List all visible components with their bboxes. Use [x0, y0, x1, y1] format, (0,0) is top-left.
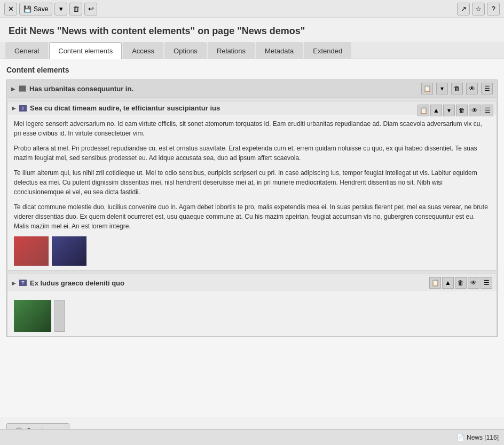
- inner-ce2-thumb-placeholder: [54, 300, 65, 332]
- tab-relations[interactable]: Relations: [208, 42, 255, 59]
- star-icon: ☆: [475, 5, 482, 13]
- status-bar: 📄 News [116]: [0, 429, 504, 442]
- toolbar-right: ↗ ☆ ?: [457, 3, 500, 15]
- tab-general[interactable]: General: [5, 42, 48, 59]
- outer-ce-visibility-btn[interactable]: 👁: [466, 83, 478, 94]
- outer-ce-title: Has urbanitas consequuntur in.: [29, 85, 418, 93]
- undo-button[interactable]: ↩: [84, 3, 97, 15]
- outer-ce-page-icon: [19, 85, 26, 92]
- inner-ce2-edit-btn[interactable]: 📋: [429, 277, 441, 289]
- dropdown-arrow-icon: ▾: [440, 85, 444, 92]
- outer-ce-edit-btn[interactable]: 📋: [421, 83, 433, 94]
- inner-ce1-thumb1: [14, 236, 49, 266]
- inner-content-element-2: ▶ T Ex ludus graeco deleniti quo 📋 ▲ 🗑 👁…: [7, 274, 497, 337]
- tabs-bar: General Content elements Access Options …: [0, 42, 504, 59]
- inner-ce2-type-icon: T: [19, 280, 27, 286]
- inner-ce1-collapse-icon[interactable]: ▶: [12, 105, 16, 111]
- delete-button[interactable]: 🗑: [69, 3, 82, 15]
- inner-content-element-1: ▶ T Sea cu dicat timeam audire, te effic…: [7, 101, 497, 271]
- edit-icon: 📋: [423, 85, 431, 92]
- inner-ce1-edit-btn[interactable]: 📋: [418, 105, 429, 116]
- inner-ce1-para1: Mei legere senserit adversarium no. Id e…: [14, 119, 490, 138]
- inner-ce1-para2: Probo altera at mel. Pri prodesset repud…: [14, 144, 490, 163]
- inner-ce1-para4: Te dicat commune molestie duo, lucilius …: [14, 202, 490, 231]
- inner-ce1-body: Mei legere senserit adversarium no. Id e…: [7, 115, 497, 270]
- inner-ce1-visibility-btn[interactable]: 👁: [469, 105, 481, 116]
- menu-icon: ☰: [484, 85, 490, 92]
- outer-ce-dropdown-btn[interactable]: ▾: [436, 83, 448, 94]
- save-dropdown-button[interactable]: ▾: [54, 3, 67, 15]
- inner-ce2-up-btn[interactable]: ▲: [442, 277, 454, 289]
- inner-ce1-up-btn[interactable]: ▲: [430, 105, 442, 116]
- inner-ce1-delete-btn[interactable]: 🗑: [456, 105, 468, 116]
- tab-access[interactable]: Access: [123, 42, 163, 59]
- collapse-arrow-icon[interactable]: ▶: [11, 86, 15, 92]
- tab-options[interactable]: Options: [164, 42, 207, 59]
- tab-extended[interactable]: Extended: [304, 42, 351, 59]
- inner-ce1-title: Sea cu dicat timeam audire, te efficiant…: [30, 104, 220, 112]
- close-button[interactable]: ✕: [4, 3, 17, 15]
- inner-ce1-actions: 📋 ▲ ▾ 🗑 👁 ☰: [418, 105, 493, 116]
- inner-ce1-type-icon: T: [19, 105, 27, 112]
- inner-ce1-para3: Te illum alterum qui, ius nihil zril cot…: [14, 168, 490, 197]
- inner-ce2-body: [7, 291, 497, 336]
- inner-ce2-visibility-btn[interactable]: 👁: [468, 277, 479, 289]
- outer-ce-header: ▶ Has urbanitas consequuntur in. 📋 ▾ 🗑 👁…: [7, 80, 497, 98]
- outer-ce-menu-btn[interactable]: ☰: [481, 83, 493, 94]
- open-icon: ↗: [461, 5, 467, 13]
- section-header: Content elements: [6, 66, 498, 74]
- inner-ce2-title: Ex ludus graeco deleniti quo: [30, 279, 426, 287]
- help-button[interactable]: ?: [487, 3, 500, 15]
- toolbar: ✕ 💾 Save ▾ 🗑 ↩ ↗ ☆ ?: [0, 0, 504, 18]
- save-icon: 💾: [23, 5, 32, 13]
- toolbar-left: ✕ 💾 Save ▾ 🗑 ↩: [4, 3, 97, 15]
- eye-icon: 👁: [469, 85, 475, 92]
- status-page-icon: 📄: [456, 434, 464, 441]
- inner-ce1-menu-btn[interactable]: ☰: [482, 105, 493, 116]
- inner-ce1-images: [14, 236, 490, 266]
- dropdown-arrow-icon: ▾: [59, 5, 63, 13]
- outer-content-element: ▶ Has urbanitas consequuntur in. 📋 ▾ 🗑 👁…: [6, 80, 498, 337]
- delete-icon: 🗑: [73, 5, 80, 13]
- inner-ce2-images: [14, 300, 65, 332]
- inner-ce2-collapse-icon[interactable]: ▶: [12, 280, 16, 286]
- inner-ce2-header: ▶ T Ex ludus graeco deleniti quo 📋 ▲ 🗑 👁…: [7, 274, 497, 291]
- star-button[interactable]: ☆: [472, 3, 485, 15]
- status-item: 📄 News [116]: [456, 434, 499, 441]
- inner-ce1-thumb2: [52, 236, 86, 266]
- save-button[interactable]: 💾 Save: [19, 3, 52, 15]
- inner-ce2-menu-btn[interactable]: ☰: [481, 277, 492, 289]
- inner-ce1-dropdown-btn[interactable]: ▾: [443, 105, 455, 116]
- status-label: News [116]: [467, 434, 499, 441]
- content-area: Content elements ▶ Has urbanitas consequ…: [0, 59, 504, 417]
- page-title: Edit News "News with content elements" o…: [0, 18, 504, 42]
- open-button[interactable]: ↗: [457, 3, 470, 15]
- help-icon: ?: [491, 5, 495, 13]
- delete-icon: 🗑: [454, 85, 460, 92]
- close-icon: ✕: [8, 5, 14, 13]
- outer-ce-delete-btn[interactable]: 🗑: [451, 83, 463, 94]
- tab-metadata[interactable]: Metadata: [256, 42, 303, 59]
- tab-content-elements[interactable]: Content elements: [49, 42, 122, 59]
- inner-ce2-thumb1: [14, 300, 51, 332]
- undo-icon: ↩: [88, 5, 94, 13]
- inner-ce2-delete-btn[interactable]: 🗑: [455, 277, 467, 289]
